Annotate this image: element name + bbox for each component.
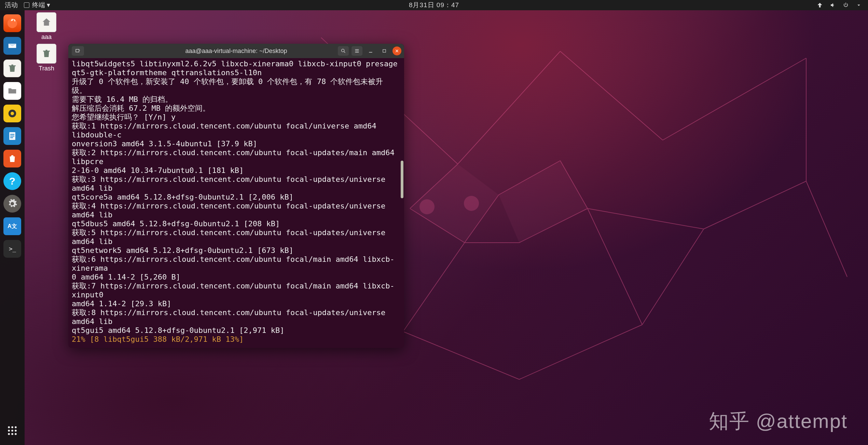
svg-rect-29: [10, 136, 15, 137]
shopping-bag-icon: [7, 153, 17, 164]
desktop-icon-trash[interactable]: Trash: [33, 44, 60, 72]
svg-line-4: [560, 51, 663, 140]
svg-rect-30: [10, 137, 13, 138]
terminal-titlebar[interactable]: aaa@aaa-virtual-machine: ~/Desktop: [68, 44, 404, 58]
dock-app-trash[interactable]: [3, 59, 21, 77]
dock-app-files[interactable]: [3, 82, 21, 100]
close-button[interactable]: [392, 46, 401, 55]
terminal-body[interactable]: libqt5widgets5 libtinyxml2.6.2v5 libxcb-…: [68, 58, 404, 348]
terminal-line: 获取:3 https://mirrors.cloud.tencent.com/u…: [72, 175, 401, 193]
dock-app-help[interactable]: ?: [3, 172, 21, 190]
trash-icon: [7, 63, 17, 73]
terminal-line: 获取:1 https://mirrors.cloud.tencent.com/u…: [72, 122, 401, 139]
speaker-icon: [7, 108, 17, 119]
terminal-line: qt5-gtk-platformtheme qttranslations5-l1…: [72, 68, 401, 77]
terminal-line: 获取:7 https://mirrors.cloud.tencent.com/u…: [72, 282, 401, 299]
svg-line-19: [806, 181, 847, 277]
dock-app-firefox[interactable]: [3, 14, 21, 32]
dock-app-writer[interactable]: [3, 127, 21, 145]
close-icon: [395, 49, 399, 53]
dock-app-thunderbird[interactable]: [3, 37, 21, 55]
svg-line-8: [465, 195, 499, 243]
terminal-prompt-icon: >_: [7, 244, 17, 254]
dock-app-software[interactable]: [3, 150, 21, 167]
svg-point-26: [11, 112, 14, 115]
svg-rect-41: [76, 49, 79, 52]
desktop-icon-home[interactable]: aaa: [33, 12, 60, 41]
svg-point-40: [15, 433, 17, 435]
terminal-line: 2-16-0 amd64 10.34-7ubuntu0.1 [181 kB]: [72, 166, 401, 175]
app-menu[interactable]: 终端 ▾: [24, 1, 50, 10]
new-tab-icon: [75, 48, 81, 54]
help-icon: ?: [9, 175, 15, 187]
terminal-line: qt5network5 amd64 5.12.8+dfsg-0ubuntu2.1…: [72, 246, 401, 255]
svg-point-34: [15, 426, 17, 428]
document-icon: [7, 131, 17, 141]
show-applications-button[interactable]: [3, 422, 21, 440]
svg-line-11: [519, 208, 588, 243]
network-icon: [817, 2, 823, 8]
svg-line-43: [344, 52, 345, 53]
hamburger-icon: [354, 48, 360, 54]
search-icon: [341, 48, 346, 54]
svg-point-23: [464, 196, 479, 211]
svg-point-32: [8, 426, 10, 428]
svg-line-3: [458, 51, 560, 164]
svg-line-17: [588, 208, 704, 229]
power-icon: [843, 2, 849, 8]
dock-app-terminal[interactable]: >_: [3, 240, 21, 258]
svg-point-39: [11, 433, 13, 435]
svg-point-33: [11, 426, 13, 428]
terminal-line: qt5dbus5 amd64 5.12.8+dfsg-0ubuntu2.1 [2…: [72, 219, 401, 228]
gear-icon: [7, 199, 17, 209]
terminal-line: 获取:8 https://mirrors.cloud.tencent.com/u…: [72, 308, 401, 326]
svg-point-22: [419, 199, 435, 214]
svg-point-42: [342, 49, 344, 52]
activities-button[interactable]: 活动: [5, 1, 18, 10]
terminal-line: 获取:6 https://mirrors.cloud.tencent.com/u…: [72, 255, 401, 273]
maximize-button[interactable]: [379, 46, 390, 56]
top-panel: 活动 终端 ▾ 8月31日 09：47: [0, 0, 868, 10]
dock-app-rhythmbox[interactable]: [3, 105, 21, 122]
minimize-icon: [368, 48, 373, 54]
search-button[interactable]: [338, 46, 349, 56]
terminal-line: qt5core5a amd64 5.12.8+dfsg-0ubuntu2.1 […: [72, 193, 401, 202]
dock-app-locale[interactable]: A文: [3, 217, 21, 235]
terminal-line: 级。: [72, 86, 401, 95]
minimize-button[interactable]: [365, 46, 376, 56]
chevron-down-icon: [856, 2, 862, 8]
clock[interactable]: 8月31日 09：47: [409, 1, 459, 10]
terminal-window: aaa@aaa-virtual-machine: ~/Desktop libqt…: [68, 44, 404, 348]
dock-app-settings[interactable]: [3, 195, 21, 213]
svg-point-38: [8, 433, 10, 435]
home-icon: [37, 12, 56, 32]
svg-line-20: [642, 229, 704, 325]
thunderbird-icon: [7, 41, 17, 51]
status-area[interactable]: [817, 2, 868, 8]
svg-rect-28: [10, 134, 15, 135]
terminal-line: 0 amd64 1.14-2 [5,260 B]: [72, 273, 401, 282]
scrollbar-thumb[interactable]: [401, 161, 403, 198]
svg-marker-0: [410, 164, 499, 243]
folder-icon: [7, 86, 17, 96]
new-tab-button[interactable]: [72, 46, 84, 56]
desktop-icon-label: aaa: [33, 33, 60, 41]
svg-marker-1: [499, 161, 588, 243]
terminal-line: 需要下载 16.4 MB 的归档。: [72, 95, 401, 104]
trash-icon: [37, 44, 56, 64]
svg-line-6: [410, 164, 458, 208]
terminal-line: 解压缩后会消耗 67.2 MB 的额外空间。: [72, 104, 401, 113]
terminal-line: 您希望继续执行吗？ [Y/n] y: [72, 113, 401, 122]
svg-line-10: [560, 161, 588, 208]
grid-icon: [6, 425, 18, 436]
svg-line-14: [403, 332, 519, 379]
svg-point-35: [8, 430, 10, 432]
terminal-icon: [24, 2, 29, 8]
menu-button[interactable]: [352, 46, 362, 56]
terminal-line: amd64 1.14-2 [29.3 kB]: [72, 299, 401, 308]
terminal-line: onversion3 amd64 3.1.5-4ubuntu1 [37.9 kB…: [72, 139, 401, 148]
dock: ? A文 >_: [0, 10, 25, 445]
svg-rect-45: [383, 50, 386, 52]
terminal-line: 获取:5 https://mirrors.cloud.tencent.com/u…: [72, 228, 401, 246]
svg-line-5: [663, 58, 806, 140]
